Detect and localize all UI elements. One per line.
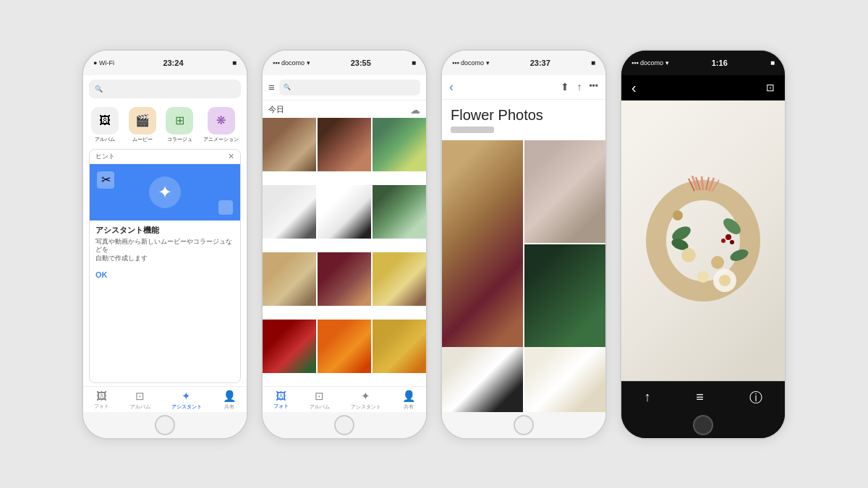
phone2-nav-assistant-label: アシスタント — [351, 403, 381, 411]
banner-star: ✦ — [149, 176, 181, 208]
hamburger-icon[interactable]: ≡ — [268, 81, 275, 93]
photo-cell-6[interactable] — [373, 185, 426, 239]
phone1-nav-assistant-label: アシスタント — [171, 403, 202, 411]
photo-cell-3[interactable] — [373, 118, 426, 171]
today-label: 今日 — [268, 104, 284, 115]
phone1-animation-icon[interactable]: ❋ アニメーション — [203, 107, 239, 143]
phone1-screen: 🔍 🖼 アルバム 🎬 ムービー ⊞ コラージュ ❋ アニメーション — [83, 75, 247, 412]
phone1-nav-photo[interactable]: 🖼 フォト — [94, 390, 109, 411]
phone4-bottom — [621, 412, 785, 438]
album-photo-1[interactable] — [442, 140, 523, 347]
phone1-icons-row: 🖼 アルバム 🎬 ムービー ⊞ コラージュ ❋ アニメーション — [83, 103, 247, 146]
hint-banner: ✂ ✦ — [90, 164, 240, 221]
phone4-status-bar: ▪▪▪ docomo ▾ 1:16 ■ — [621, 51, 785, 75]
assistant-nav-icon: ✦ — [182, 390, 191, 403]
photo-cell-11[interactable] — [318, 320, 371, 373]
close-icon[interactable]: ✕ — [228, 152, 234, 161]
star-icon: ✦ — [158, 182, 172, 202]
svg-point-13 — [711, 256, 724, 269]
phone1-home-button[interactable] — [155, 415, 175, 435]
phone4-cast-icon[interactable]: ⊡ — [766, 82, 775, 93]
phone2-nav-share[interactable]: 👤 共有 — [402, 390, 416, 411]
phone2-search-bar[interactable]: 🔍 — [279, 80, 420, 95]
phone2-nav-album-label: アルバム — [310, 403, 330, 411]
phone1-album-icon[interactable]: 🖼 アルバム — [91, 107, 119, 143]
phone1-collage-icon[interactable]: ⊞ コラージュ — [166, 107, 193, 143]
phone3-status-bar: ▪▪▪ docomo ▾ 23:37 ■ — [442, 51, 605, 75]
phone4-equalizer-icon[interactable]: ≡ — [696, 390, 704, 405]
banner-deco1: ✂ — [97, 171, 114, 189]
album-photo-4[interactable] — [442, 347, 523, 412]
album-nav-icon: ⊡ — [135, 390, 145, 403]
phone2-nav-photo[interactable]: 🖼 フォト — [273, 390, 289, 411]
phone3-battery: ■ — [591, 59, 595, 67]
phone2-nav-album[interactable]: ⊡ アルバム — [310, 390, 330, 411]
phone3-signal: ▪▪▪ docomo ▾ — [452, 59, 490, 67]
hint-box: ヒント ✕ ✂ ✦ アシスタント機能 写真や動画から新しいムービーやコラージュな… — [89, 149, 241, 383]
photo-cell-4[interactable] — [263, 185, 316, 239]
phone2-nav: 🖼 フォト ⊡ アルバム ✦ アシスタント 👤 共有 — [263, 386, 426, 412]
phone3-home-button[interactable] — [514, 415, 534, 435]
album-photo-5[interactable] — [524, 347, 605, 412]
photo-nav-icon2: 🖼 — [276, 390, 286, 402]
phone4-back-icon[interactable]: ‹ — [631, 80, 637, 96]
phone2-screen: ≡ 🔍 今日 ☁ — [263, 75, 426, 412]
today-row: 今日 ☁ — [263, 100, 426, 118]
svg-point-14 — [697, 271, 709, 283]
phone4-info-icon[interactable]: ⓘ — [749, 389, 762, 406]
phone1-movie-icon[interactable]: 🎬 ムービー — [129, 107, 156, 143]
phone1-animation-label: アニメーション — [203, 136, 239, 143]
photo-cell-2[interactable] — [318, 118, 371, 171]
photo-cell-10[interactable] — [263, 320, 316, 373]
phone1-search-bar[interactable]: 🔍 — [89, 80, 241, 98]
phone3-upload-icon[interactable]: ⬆ — [561, 81, 569, 93]
phone3-more-icon[interactable]: ••• — [589, 81, 598, 93]
phone3-album-grid — [442, 140, 605, 347]
phone-2: ▪▪▪ docomo ▾ 23:55 ■ ≡ 🔍 今日 ☁ — [261, 49, 427, 440]
phone1-nav-album[interactable]: ⊡ アルバム — [130, 390, 150, 411]
album-photo-2[interactable] — [524, 140, 605, 243]
phone4-time: 1:16 — [712, 59, 728, 67]
photo-cell-5[interactable] — [318, 185, 371, 239]
phone3-bottom — [442, 412, 605, 438]
phone2-battery: ■ — [412, 59, 416, 67]
phone1-nav-assistant[interactable]: ✦ アシスタント — [171, 390, 202, 411]
phone1-album-label: アルバム — [95, 136, 115, 143]
cloud-icon[interactable]: ☁ — [410, 104, 420, 116]
phone3-bottom-grid — [442, 347, 605, 412]
phone3-screen: ‹ ⬆ ↑ ••• Flower Photos — [442, 75, 605, 412]
svg-line-3 — [702, 176, 703, 190]
phone4-home-button[interactable] — [693, 415, 713, 435]
photo-cell-12[interactable] — [373, 320, 426, 373]
phone3-share-icon[interactable]: ↑ — [576, 81, 582, 93]
assistant-nav-icon2: ✦ — [361, 390, 370, 403]
svg-point-17 — [730, 240, 734, 244]
phone1-nav-share[interactable]: 👤 共有 — [223, 390, 237, 411]
phone2-topbar: ≡ 🔍 — [263, 75, 426, 100]
album-icon: 🖼 — [91, 107, 119, 134]
phone1-nav-album-label: アルバム — [130, 403, 150, 411]
phone2-nav-share-label: 共有 — [404, 403, 414, 411]
phone3-topbar: ‹ ⬆ ↑ ••• — [442, 75, 605, 100]
album-title: Flower Photos — [451, 107, 597, 124]
phone2-bottom — [263, 412, 426, 438]
photo-cell-8[interactable] — [318, 252, 371, 306]
movie-icon: 🎬 — [129, 107, 156, 134]
photo-cell-7[interactable] — [263, 252, 316, 306]
album-photo-3[interactable] — [524, 244, 605, 347]
phone4-share-icon[interactable]: ↑ — [644, 390, 650, 405]
album-count-placeholder — [451, 127, 494, 133]
wreath-svg — [645, 176, 761, 306]
phone4-battery: ■ — [770, 59, 775, 67]
phone3-time: 23:37 — [530, 59, 550, 67]
collage-icon: ⊞ — [166, 107, 193, 134]
phone3-back-icon[interactable]: ‹ — [449, 80, 454, 95]
phone2-home-button[interactable] — [334, 415, 354, 435]
photo-cell-9[interactable] — [373, 252, 426, 306]
animation-icon: ❋ — [208, 107, 235, 134]
hint-ok-button[interactable]: OK — [90, 267, 240, 283]
photo-cell-1[interactable] — [263, 118, 316, 171]
phone-4: ▪▪▪ docomo ▾ 1:16 ■ ‹ ⊡ — [620, 49, 786, 440]
phone2-nav-assistant[interactable]: ✦ アシスタント — [351, 390, 381, 411]
hint-label: ヒント — [95, 152, 115, 161]
